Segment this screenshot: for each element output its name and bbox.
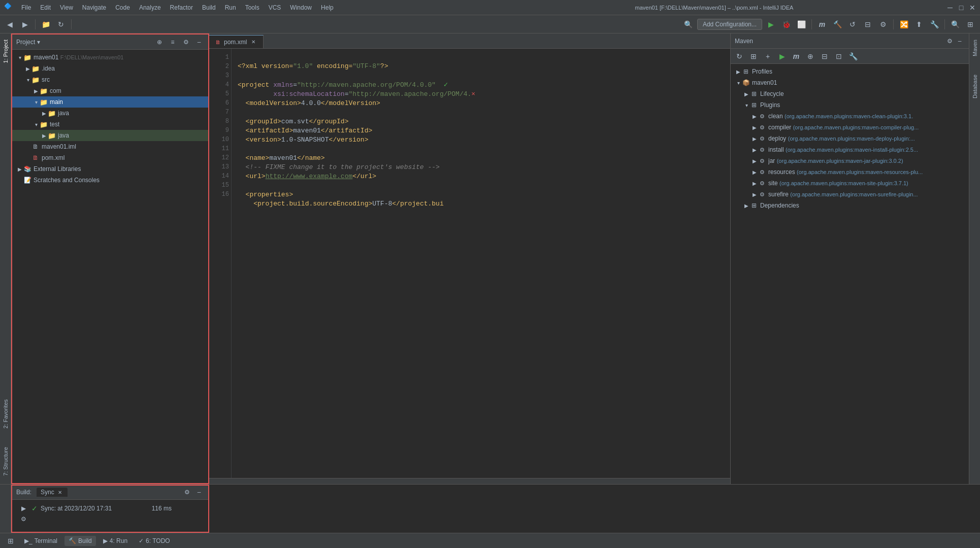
- menu-file[interactable]: File: [17, 3, 35, 12]
- bottom-tab-todo[interactable]: ✓ 6: TODO: [135, 536, 174, 546]
- maven-lifecycle[interactable]: ⊞: [747, 50, 760, 63]
- menu-navigate[interactable]: Navigate: [78, 3, 110, 12]
- maven-plugin-jar[interactable]: ▶ ⚙ jar (org.apache.maven.plugins:maven-…: [731, 155, 969, 166]
- code-editor[interactable]: <?xml version="1.0" encoding="UTF-8"?> <…: [232, 49, 730, 478]
- arrow-profiles: ▶: [735, 68, 742, 75]
- build-settings-icon[interactable]: ⚙: [182, 487, 192, 497]
- side-tab-database[interactable]: Database: [970, 71, 979, 102]
- toolbar-git[interactable]: 🔀: [897, 18, 910, 31]
- toolbar-sync[interactable]: ↻: [54, 18, 68, 31]
- bottom-tab-run[interactable]: ▶ 4: Run: [99, 536, 132, 546]
- maven-run[interactable]: ▶: [775, 50, 789, 63]
- editor-tab-pom[interactable]: 🗎 pom.xml ✕: [209, 35, 264, 48]
- maven-plugin-deploy[interactable]: ▶ ⚙ deploy (org.apache.maven.plugins:mav…: [731, 133, 969, 144]
- menu-edit[interactable]: Edit: [36, 3, 55, 12]
- side-tab-favorites[interactable]: 2: Favorites: [1, 395, 10, 432]
- maven-m-icon[interactable]: m: [790, 50, 803, 63]
- maven-plugin-resources[interactable]: ▶ ⚙ resources (org.apache.maven.plugins:…: [731, 166, 969, 178]
- tree-item-pom[interactable]: 🗎 pom.xml: [12, 152, 208, 163]
- menu-analyze[interactable]: Analyze: [135, 3, 165, 12]
- maven-lifecycle-item[interactable]: ▶ ⊞ Lifecycle: [731, 88, 969, 99]
- menu-tools[interactable]: Tools: [241, 3, 264, 12]
- maven-dependencies-item[interactable]: ▶ ⊞ Dependencies: [731, 200, 969, 211]
- tree-item-java-test[interactable]: ▶ 📁 java: [12, 130, 208, 141]
- toolbar-run-stop[interactable]: ⬜: [795, 18, 808, 31]
- menu-build[interactable]: Build: [198, 3, 220, 12]
- maven-plugin-clean[interactable]: ▶ ⚙ clean (org.apache.maven.plugins:mave…: [731, 111, 969, 122]
- bottom-layout-icon[interactable]: ⊞: [4, 534, 17, 547]
- toolbar-hammer[interactable]: 🔨: [831, 18, 844, 31]
- toolbar-patch[interactable]: 🔧: [928, 18, 941, 31]
- todo-icon: ✓: [139, 537, 144, 544]
- build-sync-tab[interactable]: Sync ✕: [37, 488, 68, 497]
- tree-item-iml[interactable]: 🗎 maven01.iml: [12, 141, 208, 152]
- tree-item-external-libs[interactable]: ▶ 📚 External Libraries: [12, 163, 208, 175]
- maven-wrench[interactable]: 🔧: [846, 50, 860, 63]
- toolbar-layout[interactable]: ⊞: [964, 18, 977, 31]
- toolbar-update[interactable]: ⬆: [912, 18, 926, 31]
- panel-locate-icon[interactable]: ⊕: [154, 37, 165, 47]
- tab-pom-close[interactable]: ✕: [250, 39, 257, 46]
- tree-item-main[interactable]: ▾ 📁 main: [12, 96, 208, 108]
- menu-window[interactable]: Window: [286, 3, 316, 12]
- add-configuration-button[interactable]: Add Configuration...: [697, 19, 762, 30]
- maven-profiles[interactable]: ▶ ⊞ Profiles: [731, 66, 969, 77]
- maven-refresh[interactable]: ↻: [733, 50, 746, 63]
- toolbar-find[interactable]: 🔍: [949, 18, 962, 31]
- maven-plugin-surefire[interactable]: ▶ ⚙ surefire (org.apache.maven.plugins:m…: [731, 189, 969, 200]
- side-tab-structure[interactable]: 7: Structure: [1, 443, 10, 480]
- maven-skip[interactable]: ⊟: [818, 50, 831, 63]
- panel-settings-icon[interactable]: ⚙: [181, 37, 191, 47]
- menu-view[interactable]: View: [56, 3, 77, 12]
- editor-scrollbar[interactable]: [209, 478, 730, 484]
- toolbar-refresh[interactable]: ↺: [846, 18, 859, 31]
- toolbar-debug[interactable]: 🐞: [779, 18, 793, 31]
- maven-plugins-item[interactable]: ▾ ⊞ Plugins: [731, 99, 969, 111]
- build-extra-row: ⚙: [16, 514, 204, 524]
- minimize-button[interactable]: ─: [946, 4, 954, 11]
- menu-refactor[interactable]: Refactor: [166, 3, 197, 12]
- toolbar-split[interactable]: ⊟: [861, 18, 874, 31]
- toolbar-back[interactable]: ◀: [3, 18, 16, 31]
- menu-run[interactable]: Run: [221, 3, 240, 12]
- maximize-button[interactable]: □: [958, 4, 965, 11]
- tree-item-src[interactable]: ▾ 📁 src: [12, 74, 208, 85]
- maven-plugin-compiler[interactable]: ▶ ⚙ compiler (org.apache.maven.plugins:m…: [731, 122, 969, 133]
- icon-dependencies: ⊞: [750, 201, 758, 210]
- bottom-tab-terminal[interactable]: ▶_ Terminal: [20, 536, 61, 546]
- side-tab-maven[interactable]: Maven: [970, 36, 979, 60]
- panel-close-icon[interactable]: –: [194, 37, 204, 47]
- maven-settings-icon[interactable]: ⚙: [944, 36, 955, 46]
- build-close-icon[interactable]: –: [194, 487, 204, 497]
- maven-show-diagram[interactable]: ⊡: [832, 50, 845, 63]
- toolbar-search[interactable]: 🔍: [682, 18, 695, 31]
- maven-close-icon[interactable]: –: [955, 36, 965, 46]
- tree-item-scratches[interactable]: 📝 Scratches and Consoles: [12, 175, 208, 186]
- maven-plugin-site[interactable]: ▶ ⚙ site (org.apache.maven.plugins:maven…: [731, 178, 969, 189]
- maven-add[interactable]: +: [761, 50, 774, 63]
- maven-plugin-install[interactable]: ▶ ⚙ install (org.apache.maven.plugins:ma…: [731, 144, 969, 155]
- toolbar-forward[interactable]: ▶: [18, 18, 31, 31]
- toolbar-play[interactable]: ▶: [764, 18, 777, 31]
- panel-expand-icon[interactable]: ≡: [168, 37, 178, 47]
- build-tab-close[interactable]: ✕: [56, 489, 63, 496]
- close-button[interactable]: ✕: [969, 4, 976, 11]
- toolbar-m[interactable]: m: [815, 18, 829, 31]
- menu-help[interactable]: Help: [317, 3, 338, 12]
- tree-item-idea[interactable]: ▶ 📁 .idea: [12, 63, 208, 74]
- icon-test: 📁: [40, 120, 48, 128]
- build-settings-small[interactable]: ⚙: [18, 516, 28, 523]
- side-tab-project[interactable]: 1: Project: [1, 36, 10, 67]
- maven-project-root[interactable]: ▾ 📦 maven01: [731, 77, 969, 88]
- tree-item-java-main[interactable]: ▶ 📁 java: [12, 108, 208, 119]
- build-play-icon[interactable]: ▶: [18, 505, 28, 512]
- tree-item-maven01[interactable]: ▾ 📁 maven01 F:\DELL\Maven\maven01: [12, 52, 208, 63]
- toolbar-settings[interactable]: ⚙: [876, 18, 890, 31]
- maven-link[interactable]: ⊕: [804, 50, 817, 63]
- tree-item-test[interactable]: ▾ 📁 test: [12, 119, 208, 130]
- menu-code[interactable]: Code: [111, 3, 134, 12]
- tree-item-com[interactable]: ▶ 📁 com: [12, 85, 208, 96]
- toolbar-folder[interactable]: 📁: [39, 18, 52, 31]
- bottom-tab-build[interactable]: 🔨 Build: [64, 536, 96, 546]
- menu-vcs[interactable]: VCS: [265, 3, 285, 12]
